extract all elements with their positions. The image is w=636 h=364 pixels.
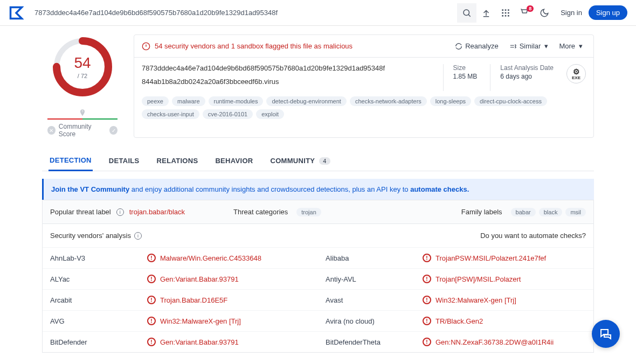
pill[interactable]: babar xyxy=(511,208,536,216)
malicious-icon: ! xyxy=(147,254,156,262)
svg-rect-1 xyxy=(502,9,503,11)
tag[interactable]: malware xyxy=(172,96,205,106)
vendor-row: Arcabit!Trojan.Babar.D16E5F xyxy=(43,289,318,310)
tab-relations[interactable]: RELATIONS xyxy=(156,151,199,171)
apps-icon[interactable] xyxy=(496,3,515,23)
detection-result: !Win32:MalwareX-gen [Trj] xyxy=(147,317,241,325)
tag[interactable]: cve-2016-0101 xyxy=(203,109,253,119)
family-labels-label: Family labels xyxy=(461,208,502,216)
detection-result: !Win32:MalwareX-gen [Trj] xyxy=(423,296,516,304)
tag[interactable]: checks-network-adapters xyxy=(350,96,427,106)
detection-score-ring: 54 / 72 xyxy=(50,34,115,99)
x-chip-icon: ✕ xyxy=(47,126,56,135)
svg-rect-8 xyxy=(505,15,507,17)
date-value: 6 days ago xyxy=(500,73,554,80)
pill[interactable]: trojan xyxy=(296,208,321,216)
malicious-icon: ! xyxy=(147,296,156,304)
vendor-row: Avast!Win32:MalwareX-gen [Trj] xyxy=(318,289,593,310)
tag[interactable]: exploit xyxy=(256,109,284,119)
detection-result: !Trojan.Babar.D16E5F xyxy=(147,296,227,304)
vendor-name: Antiy-AVL xyxy=(326,275,423,283)
tab-detection[interactable]: DETECTION xyxy=(49,151,93,171)
detection-result: !Trojan[PSW]/MSIL.Polazert xyxy=(423,275,521,283)
more-button[interactable]: More▾ xyxy=(556,40,586,52)
malicious-icon: ! xyxy=(147,275,156,283)
malicious-icon: ! xyxy=(423,338,431,346)
svg-point-0 xyxy=(464,10,469,16)
malicious-icon: ! xyxy=(147,317,156,325)
file-hash: 7873dddec4a46e7ad104de9b6bd68f590575b768… xyxy=(142,64,430,72)
tag[interactable]: runtime-modules xyxy=(209,96,264,106)
svg-rect-9 xyxy=(508,15,509,17)
vendor-name: BitDefenderTheta xyxy=(326,338,423,346)
vendor-row: BitDefenderTheta!Gen:NN.ZexaF.36738.2DW@… xyxy=(318,331,593,352)
vendor-row: AVG!Win32:MalwareX-gen [Trj] xyxy=(43,310,318,331)
tab-community[interactable]: COMMUNITY 4 xyxy=(269,151,331,171)
pill[interactable]: msil xyxy=(565,208,586,216)
chat-fab[interactable] xyxy=(592,320,620,348)
pill[interactable]: black xyxy=(539,208,563,216)
vendor-name: Avira (no cloud) xyxy=(326,317,423,325)
vendor-row: ALYac!Gen:Variant.Babar.93791 xyxy=(43,268,318,289)
vendor-name: AVG xyxy=(50,317,147,325)
similar-button[interactable]: Similar▾ xyxy=(506,40,552,52)
malicious-icon: ! xyxy=(423,296,431,304)
tag[interactable]: detect-debug-environment xyxy=(266,96,346,106)
vendor-row: BitDefender!Gen:Variant.Babar.93791 xyxy=(43,331,318,352)
community-count: 4 xyxy=(319,157,330,165)
check-chip-icon: ✓ xyxy=(109,126,117,135)
community-marker-icon: ? xyxy=(78,109,87,117)
tag[interactable]: direct-cpu-clock-access xyxy=(474,96,547,106)
tab-behavior[interactable]: BEHAVIOR xyxy=(214,151,254,171)
vendor-row: AhnLab-V3!Malware/Win.Generic.C4533648 xyxy=(43,247,318,268)
malicious-icon: ! xyxy=(423,275,431,283)
svg-rect-3 xyxy=(508,9,509,11)
detection-result: !Gen:Variant.Babar.93791 xyxy=(147,275,239,283)
reanalyze-button[interactable]: Reanalyze xyxy=(452,40,501,52)
detection-result: !TR/Black.Gen2 xyxy=(423,317,483,325)
tag[interactable]: peexe xyxy=(142,96,169,106)
size-value: 1.85 MB xyxy=(453,73,478,80)
upload-icon[interactable] xyxy=(476,3,496,23)
tab-details[interactable]: DETAILS xyxy=(108,151,141,171)
detection-result: !Gen:Variant.Babar.93791 xyxy=(147,338,239,346)
size-label: Size xyxy=(453,64,478,72)
vendor-name: BitDefender xyxy=(50,338,147,346)
flag-text: 54 security vendors and 1 sandbox flagge… xyxy=(155,42,447,50)
automate-checks-link[interactable]: Do you want to automate checks? xyxy=(480,232,586,240)
popular-threat-value: trojan.babar/black xyxy=(129,208,185,216)
date-label: Last Analysis Date xyxy=(500,64,554,72)
alert-icon xyxy=(142,42,150,51)
notifications-icon[interactable]: 8 xyxy=(515,3,535,23)
vendor-row: Antiy-AVL!Trojan[PSW]/MSIL.Polazert xyxy=(318,268,593,289)
tag[interactable]: checks-user-input xyxy=(142,109,199,119)
info-icon[interactable]: i xyxy=(116,208,124,216)
detection-result: !Malware/Win.Generic.C4533648 xyxy=(147,254,261,262)
vendor-row: Alibaba!TrojanPSW:MSIL/Polazert.241e7fef xyxy=(318,247,593,268)
vendor-name: Avast xyxy=(326,296,423,304)
detection-result: !TrojanPSW:MSIL/Polazert.241e7fef xyxy=(423,254,546,262)
svg-rect-2 xyxy=(505,9,507,11)
svg-rect-6 xyxy=(508,12,509,13)
info-icon[interactable]: i xyxy=(134,232,142,240)
svg-rect-4 xyxy=(502,12,503,13)
vt-logo-icon[interactable] xyxy=(9,5,24,20)
signup-button[interactable]: Sign up xyxy=(589,5,627,20)
vendor-name: AhnLab-V3 xyxy=(50,254,147,262)
filetype-badge: ⚙ EXE xyxy=(566,64,586,83)
svg-rect-5 xyxy=(505,12,507,13)
vendor-name: ALYac xyxy=(50,275,147,283)
score-total: / 72 xyxy=(78,73,87,79)
signin-link[interactable]: Sign in xyxy=(554,9,589,17)
vendor-name: Alibaba xyxy=(326,254,423,262)
theme-toggle-icon[interactable] xyxy=(535,3,554,23)
search-input[interactable] xyxy=(34,4,457,22)
search-button[interactable] xyxy=(457,3,476,23)
community-banner[interactable]: Join the VT Community and enjoy addition… xyxy=(42,179,594,200)
threat-categories-label: Threat categories xyxy=(233,208,288,216)
community-score-label: Community Score xyxy=(59,123,106,138)
malicious-icon: ! xyxy=(423,254,431,262)
popular-threat-label: Popular threat label xyxy=(50,208,111,216)
tag[interactable]: long-sleeps xyxy=(430,96,471,106)
vendor-name: Arcabit xyxy=(50,296,147,304)
